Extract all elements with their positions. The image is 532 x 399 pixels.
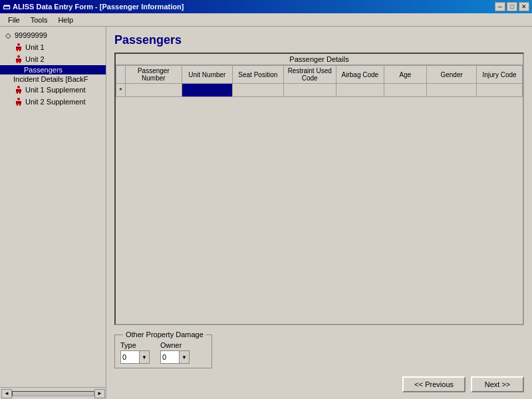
sidebar-label-incident: Incident Details [BackF bbox=[13, 75, 88, 83]
minimize-button[interactable]: ─ bbox=[495, 2, 505, 11]
person-icon-unit2supp bbox=[13, 96, 24, 107]
scroll-left-button[interactable]: ◄ bbox=[1, 389, 12, 398]
sidebar-item-root[interactable]: ◇ 99999999 bbox=[0, 29, 106, 41]
svg-rect-14 bbox=[16, 90, 18, 90]
sidebar-item-unit2[interactable]: Unit 2 bbox=[0, 53, 106, 65]
input-restraint-used-code[interactable] bbox=[285, 86, 334, 94]
cell-age[interactable] bbox=[384, 84, 426, 97]
svg-rect-11 bbox=[19, 62, 21, 63]
previous-button[interactable]: << Previous bbox=[402, 376, 466, 392]
sidebar-item-unit1[interactable]: Unit 1 bbox=[0, 41, 106, 53]
svg-point-6 bbox=[17, 55, 20, 58]
owner-select[interactable]: 0 bbox=[160, 350, 190, 364]
page-title: Passengers bbox=[114, 33, 524, 47]
sidebar-item-incident[interactable]: Incident Details [BackF bbox=[0, 74, 106, 84]
svg-rect-8 bbox=[16, 59, 18, 60]
type-label: Type bbox=[120, 341, 150, 349]
sidebar-label-unit2supp: Unit 2 Supplement bbox=[25, 98, 86, 106]
title-bar: 🗃 ALISS Data Entry Form - [Passenger Inf… bbox=[0, 0, 532, 13]
sidebar-label-passengers: Passengers bbox=[24, 66, 63, 74]
svg-rect-2 bbox=[16, 47, 18, 48]
passenger-table-container: Passenger Details Passenger Number Unit … bbox=[114, 53, 524, 325]
svg-rect-7 bbox=[16, 59, 21, 62]
app-icon: 🗃 bbox=[3, 3, 10, 11]
col-seat-position: Seat Position bbox=[233, 66, 283, 84]
next-button[interactable]: Next >> bbox=[471, 376, 524, 392]
title-bar-controls: ─ □ ✕ bbox=[495, 2, 529, 11]
cell-seat-position[interactable] bbox=[233, 84, 283, 97]
row-marker: * bbox=[116, 84, 126, 97]
cell-airbag-code[interactable] bbox=[336, 84, 384, 97]
menu-help[interactable]: Help bbox=[53, 15, 78, 25]
sidebar-label-unit2: Unit 2 bbox=[25, 55, 45, 63]
svg-point-18 bbox=[17, 98, 20, 100]
input-injury-code[interactable] bbox=[478, 86, 521, 94]
person-icon-unit2 bbox=[13, 54, 24, 65]
sidebar-label-root: 99999999 bbox=[15, 31, 47, 39]
cell-injury-code[interactable] bbox=[477, 84, 523, 97]
col-passenger-number: Passenger Number bbox=[126, 66, 182, 84]
svg-rect-5 bbox=[19, 50, 21, 51]
owner-select-wrapper: 0 ▼ bbox=[160, 350, 190, 364]
person-icon-unit1 bbox=[13, 42, 24, 53]
owner-label: Owner bbox=[160, 341, 190, 349]
svg-rect-16 bbox=[17, 92, 18, 94]
cell-restraint-used-code[interactable] bbox=[283, 84, 336, 97]
cell-gender[interactable] bbox=[427, 84, 477, 97]
input-airbag-code[interactable] bbox=[338, 86, 382, 94]
col-injury-code: Injury Code bbox=[477, 66, 523, 84]
svg-rect-15 bbox=[19, 90, 21, 90]
col-marker bbox=[116, 66, 126, 84]
type-field-group: Type 0 ▼ bbox=[120, 341, 150, 364]
sidebar-item-passengers[interactable]: Passengers bbox=[0, 65, 106, 74]
svg-point-12 bbox=[17, 86, 20, 88]
scroll-right-button[interactable]: ► bbox=[94, 389, 105, 398]
title-bar-text: 🗃 ALISS Data Entry Form - [Passenger Inf… bbox=[3, 3, 184, 11]
svg-point-0 bbox=[17, 43, 20, 46]
col-airbag-code: Airbag Code bbox=[336, 66, 384, 84]
scroll-track bbox=[12, 391, 94, 396]
svg-rect-1 bbox=[16, 47, 21, 50]
other-property-legend: Other Property Damage bbox=[123, 331, 206, 338]
svg-rect-21 bbox=[19, 102, 21, 102]
cell-unit-number[interactable] bbox=[182, 84, 232, 97]
svg-rect-3 bbox=[19, 47, 21, 48]
input-passenger-number[interactable] bbox=[127, 86, 180, 94]
type-select-wrapper: 0 ▼ bbox=[120, 350, 150, 364]
svg-rect-9 bbox=[19, 59, 21, 60]
input-gender[interactable] bbox=[428, 86, 475, 94]
cell-passenger-number[interactable] bbox=[126, 84, 182, 97]
sidebar-item-unit1-supplement[interactable]: Unit 1 Supplement bbox=[0, 84, 106, 96]
maximize-button[interactable]: □ bbox=[507, 2, 517, 11]
svg-rect-22 bbox=[17, 104, 18, 106]
svg-rect-10 bbox=[17, 62, 18, 63]
menu-file[interactable]: File bbox=[3, 15, 25, 25]
sidebar-label-unit1: Unit 1 bbox=[25, 43, 45, 51]
svg-rect-13 bbox=[16, 89, 21, 92]
type-select[interactable]: 0 bbox=[120, 350, 150, 364]
diamond-icon: ◇ bbox=[3, 30, 13, 41]
bottom-bar: << Previous Next >> bbox=[114, 374, 524, 392]
window-title: ALISS Data Entry Form - [Passenger Infor… bbox=[13, 3, 184, 11]
table-group-header: Passenger Details bbox=[116, 54, 523, 65]
svg-rect-17 bbox=[19, 92, 21, 94]
sidebar-item-unit2-supplement[interactable]: Unit 2 Supplement bbox=[0, 96, 106, 108]
menu-tools[interactable]: Tools bbox=[25, 15, 53, 25]
owner-field-group: Owner 0 ▼ bbox=[160, 341, 190, 364]
main-layout: ◇ 99999999 Unit 1 bbox=[0, 27, 532, 399]
col-unit-number: Unit Number bbox=[182, 66, 232, 84]
svg-rect-23 bbox=[19, 104, 21, 106]
menu-bar: File Tools Help bbox=[0, 13, 532, 27]
other-property-fieldset: Other Property Damage Type 0 ▼ Owner bbox=[114, 331, 212, 368]
svg-rect-20 bbox=[16, 102, 18, 102]
input-seat-position[interactable] bbox=[234, 86, 281, 94]
sidebar-hscroll: ◄ ► bbox=[0, 387, 106, 399]
sidebar-label-unit1supp: Unit 1 Supplement bbox=[25, 86, 86, 94]
input-age[interactable] bbox=[386, 86, 425, 94]
table-row: * bbox=[116, 84, 523, 97]
close-button[interactable]: ✕ bbox=[519, 2, 529, 11]
property-fields: Type 0 ▼ Owner 0 bbox=[120, 341, 206, 364]
sidebar-scrollbar: ◄ ► bbox=[0, 387, 106, 399]
col-age: Age bbox=[384, 66, 426, 84]
input-unit-number[interactable] bbox=[184, 86, 231, 94]
